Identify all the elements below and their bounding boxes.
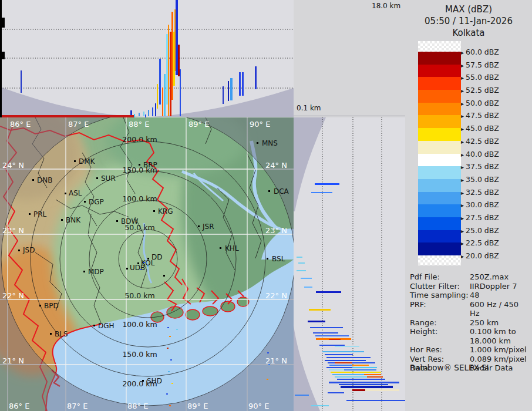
scale-tick-text: 32.5 dBZ [466, 188, 499, 197]
metadata-value: 0.089 km/pixel [470, 355, 530, 364]
echo-bar [335, 362, 352, 363]
echo-bar [339, 384, 388, 385]
echo-bar [230, 78, 233, 100]
metadata-label: Vert Res: [410, 355, 470, 364]
echo-speck [147, 265, 149, 267]
scale-tick-text: 37.5 dBZ [466, 162, 499, 171]
scale-tick-arrow-icon: ▸ [461, 190, 464, 196]
echo-bar [228, 81, 229, 101]
top-profile-background [0, 0, 294, 117]
scale-tick-arrow-icon: ▸ [461, 215, 464, 221]
echo-speck [167, 348, 169, 349]
axis-tick-mark [0, 18, 5, 28]
echo-bar [335, 346, 359, 347]
city-dot [83, 271, 85, 272]
scale-color-swatch [418, 65, 461, 78]
scale-tick-label: ▸57.5 dBZ [461, 60, 531, 69]
echo-bar [21, 70, 22, 93]
product-title: MAX (dBZ) [405, 4, 532, 15]
city-dot [116, 220, 118, 222]
city-dot [93, 325, 95, 326]
metadata-value: 1.000 km/pixel [470, 345, 530, 355]
echo-bar [328, 392, 344, 393]
echo-speck [167, 327, 169, 328]
metadata-label: Time sampling: [410, 291, 470, 300]
scale-tick-arrow-icon: ▸ [461, 240, 464, 247]
echo-speck [267, 352, 269, 353]
city-label: ASL [69, 189, 82, 197]
city-label: MNS [262, 139, 278, 147]
top-height-profile-panel [0, 0, 294, 117]
scale-tick-label: ▸42.5 dBZ [461, 137, 531, 145]
scale-tick-label: ▸32.5 dBZ [461, 188, 531, 196]
echo-bar [344, 369, 376, 370]
echo-bar [365, 389, 399, 391]
echo-bar [168, 25, 169, 116]
echo-bar [309, 309, 331, 311]
latitude-label-left: 21° N [2, 356, 24, 365]
echo-bar [313, 332, 338, 333]
city-dot [153, 210, 155, 212]
metadata-label: Pdf File: [410, 272, 470, 282]
echo-speck [171, 383, 173, 384]
city-label: DGP [89, 198, 104, 206]
metadata-label: Hor Res: [410, 345, 470, 355]
range-ring-label: 100.0 km [122, 320, 157, 329]
metadata-row: Hor Res:1.000 km/pixel [410, 345, 530, 355]
metadata-label: Height: [410, 327, 470, 345]
echo-bar [162, 87, 163, 116]
echo-bar [325, 354, 353, 355]
echo-speck [176, 329, 178, 330]
scale-tick-arrow-icon: ▸ [461, 177, 464, 183]
echo-bar [295, 395, 309, 396]
echo-speck [168, 371, 170, 372]
city-dot [126, 268, 128, 269]
longitude-label-bottom: 86° E [9, 402, 29, 410]
scale-tick-label: ▸52.5 dBZ [461, 86, 531, 94]
city-dot [50, 333, 52, 335]
city-label: BSL [272, 255, 285, 263]
latitude-label-right: 23° N [265, 226, 287, 235]
echo-bar [315, 335, 349, 336]
echo-bar [329, 382, 399, 383]
echo-bar [311, 192, 332, 193]
radar-display: { "header": { "title": "MAX (dBZ)", "dat… [0, 0, 532, 411]
legend-header: MAX (dBZ) 05:50 / 11-Jan-2026 Kolkata [405, 4, 532, 39]
scale-tick-arrow-icon: ▸ [461, 75, 464, 81]
echo-speck [140, 269, 142, 270]
echo-speck [169, 336, 171, 337]
scale-tick-text: 55.0 dBZ [466, 73, 499, 82]
scale-color-swatch [418, 179, 461, 192]
side-panel-top-border [294, 116, 408, 116]
echo-bar [352, 389, 365, 391]
scale-tick-label: ▸60.0 dBZ [461, 48, 531, 56]
latitude-label-left: 24° N [2, 161, 24, 170]
echo-bar [311, 405, 329, 406]
city-dot [268, 190, 270, 192]
scale-tick-label: ▸25.0 dBZ [461, 226, 531, 234]
latitude-label-left: 23° N [2, 226, 24, 235]
station-name: Kolkata [405, 27, 532, 39]
latitude-label-right: 22° N [265, 291, 287, 300]
echo-bar [341, 386, 393, 388]
city-dot [74, 160, 76, 162]
scale-tick-text: 27.5 dBZ [466, 213, 499, 222]
axis-tick-mark [0, 52, 5, 59]
echo-bar [164, 74, 166, 116]
longitude-label-top: 88° E [129, 120, 149, 129]
scale-tick-arrow-icon: ▸ [461, 253, 464, 260]
scale-color-swatch [418, 115, 461, 128]
scale-tick-arrow-icon: ▸ [461, 100, 464, 107]
radar-map-panel: 86° E86° E87° E87° E88° E88° E89° E89° E… [0, 117, 294, 411]
metadata-label: PRF: [410, 300, 470, 318]
metadata-row: Vert Res:0.089 km/pixel [410, 355, 530, 364]
city-dot [32, 179, 34, 181]
scale-tick-label: ▸55.0 dBZ [461, 73, 531, 81]
scale-tick-label: ▸47.5 dBZ [461, 111, 531, 119]
city-label: DGH [98, 322, 115, 330]
scale-tick-arrow-icon: ▸ [461, 202, 464, 208]
metadata-row: Clutter Filter:IIRDoppler 7 [410, 282, 530, 291]
scale-tick-label: ▸40.0 dBZ [461, 150, 531, 158]
echo-bar [304, 287, 312, 288]
echo-bar [352, 365, 369, 366]
